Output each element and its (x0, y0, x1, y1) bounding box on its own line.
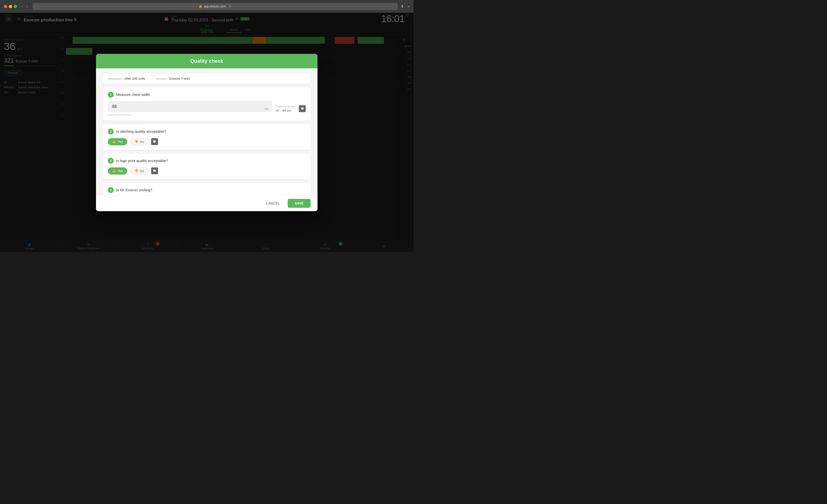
comment-button-1[interactable]: 💬 (299, 105, 306, 112)
close-button[interactable] (4, 5, 7, 8)
question-card-4: 4 Is Mr Evocon smiling? 👍 Yes 👎 No 💬 (103, 183, 310, 195)
quality-check-modal: Quality check FREQUENCY After 100 units … (96, 54, 318, 211)
question-number-4: 4 (108, 187, 114, 193)
add-tab-icon[interactable]: + (407, 4, 409, 9)
question-card-1: 1 Measure chest width cm Enter measureme… (103, 87, 310, 121)
share-icon[interactable]: ⬆ (401, 4, 404, 9)
product-label: PRODUCT (156, 78, 168, 80)
question-text-1: Measure chest width (116, 93, 150, 97)
cancel-button[interactable]: CANCEL (261, 199, 285, 208)
browser-chrome: ‹ › 🔒 app.evocon.com ↻ ⬆ + (0, 0, 414, 13)
question-header-3: 3 Is logo print quality acceptable? (108, 158, 306, 164)
frequency-label: FREQUENCY (108, 78, 123, 80)
question-card-2: 2 Is stitching quality acceptable? 👍 Yes… (103, 124, 310, 150)
frequency-row: FREQUENCY After 100 units PRODUCT Evocon… (103, 73, 310, 84)
question-text-4: Is Mr Evocon smiling? (116, 188, 152, 192)
modal-body: FREQUENCY After 100 units PRODUCT Evocon… (96, 68, 318, 195)
question-header-1: 1 Measure chest width (108, 92, 306, 98)
no-button-3[interactable]: 👎 No (130, 167, 149, 175)
measurement-input-wrap: cm Enter measurement (108, 101, 272, 116)
answer-row-3: 👍 Yes 👎 No 💬 (108, 167, 306, 175)
preferred-label: Preferred range (276, 105, 295, 108)
maximize-button[interactable] (14, 5, 17, 8)
lock-icon: 🔒 (199, 5, 202, 8)
forward-button[interactable]: › (25, 4, 29, 9)
thumbs-up-icon: 👍 (112, 140, 116, 144)
yes-button-2[interactable]: 👍 Yes (108, 138, 127, 145)
browser-nav: ‹ › (20, 4, 30, 9)
answer-row-2: 👍 Yes 👎 No 💬 (108, 138, 306, 146)
no-label: No (140, 140, 144, 144)
question-number-1: 1 (108, 92, 114, 98)
no-label: No (140, 169, 144, 173)
yes-label: Yes (118, 169, 123, 173)
traffic-lights (4, 5, 17, 8)
frequency-value: After 100 units (125, 77, 145, 80)
question-card-3: 3 Is logo print quality acceptable? 👍 Ye… (103, 153, 310, 179)
modal-footer: CANCEL SAVE (96, 195, 318, 211)
app-container: ☰ 🖥 STATION Evocon production line 5 📅 S… (0, 13, 414, 252)
thumbs-down-icon: 👎 (134, 169, 138, 173)
measurement-unit: cm (264, 107, 269, 110)
measurement-row: cm Enter measurement Preferred range 47 … (108, 101, 306, 116)
modal-header: Quality check (96, 54, 318, 68)
thumbs-down-icon: 👎 (134, 140, 138, 144)
back-button[interactable]: ‹ (20, 4, 24, 9)
thumbs-up-icon: 👍 (112, 169, 116, 173)
measurement-input[interactable] (108, 101, 272, 112)
question-text-2: Is stitching quality acceptable? (116, 129, 166, 133)
question-text-3: Is logo print quality acceptable? (116, 159, 168, 163)
no-button-2[interactable]: 👎 No (130, 138, 149, 146)
question-number-3: 3 (108, 158, 114, 164)
modal-title: Quality check (190, 58, 223, 64)
url-text: app.evocon.com (204, 5, 226, 8)
yes-button-3[interactable]: 👍 Yes (108, 167, 127, 175)
address-bar[interactable]: 🔒 app.evocon.com ↻ (33, 3, 398, 10)
browser-actions: ⬆ + (401, 4, 409, 9)
comment-button-3[interactable]: 💬 (151, 167, 158, 174)
yes-label: Yes (118, 140, 123, 144)
preferred-value: 47 - 49 cm (276, 109, 295, 112)
preferred-range: Preferred range 47 - 49 cm (276, 105, 295, 112)
save-button[interactable]: SAVE (288, 199, 310, 208)
modal-overlay: Quality check FREQUENCY After 100 units … (0, 13, 414, 252)
minimize-button[interactable] (9, 5, 12, 8)
product-value: Evocon T-shirt (169, 77, 190, 80)
question-header-2: 2 Is stitching quality acceptable? (108, 128, 306, 134)
question-number-2: 2 (108, 128, 114, 134)
question-header-4: 4 Is Mr Evocon smiling? (108, 187, 306, 193)
measurement-hint: Enter measurement (108, 113, 272, 116)
refresh-icon[interactable]: ↻ (229, 5, 231, 8)
comment-button-2[interactable]: 💬 (151, 138, 158, 145)
